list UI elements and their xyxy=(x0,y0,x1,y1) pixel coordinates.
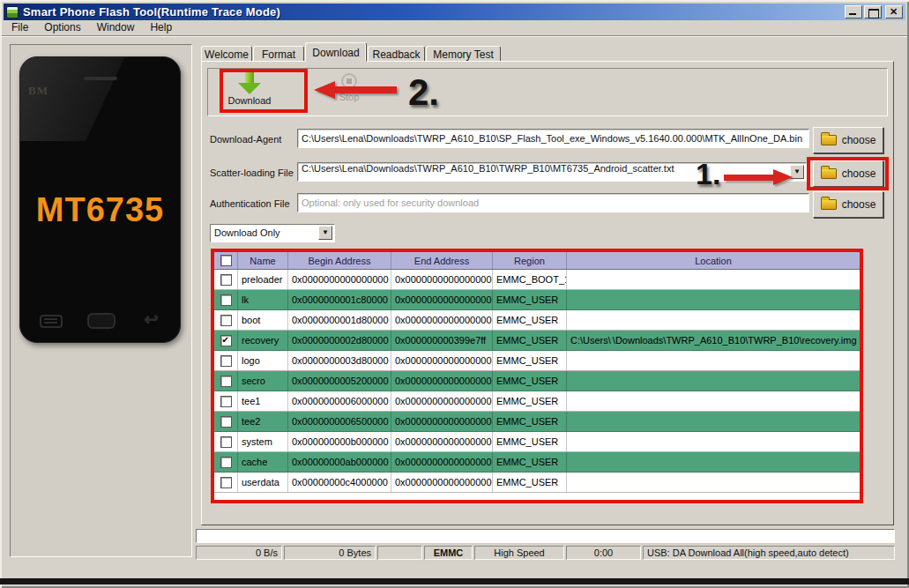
combo-dropdown-icon[interactable] xyxy=(318,226,332,240)
table-row-tee2[interactable]: tee2 0x0000000006500000 0x00000000000000… xyxy=(214,412,860,432)
row-checkbox[interactable] xyxy=(220,355,232,367)
phone-speaker xyxy=(84,77,117,80)
header-begin-address[interactable]: Begin Address xyxy=(288,252,391,269)
menu-divider xyxy=(2,35,907,37)
status-link-speed: High Speed xyxy=(474,546,564,560)
table-row-preloader[interactable]: preloader 0x0000000000000000 0x000000000… xyxy=(214,270,860,290)
download-agent-label: Download-Agent xyxy=(210,134,281,145)
table-header-row: Name Begin Address End Address Region Lo… xyxy=(214,252,860,270)
toolbar-panel: Download Stop 2. xyxy=(207,68,888,116)
download-agent-choose-button[interactable]: choose xyxy=(813,127,883,153)
minimize-button[interactable] xyxy=(845,5,862,19)
phone-brand-label: BM xyxy=(28,84,48,98)
window-bottom-edge xyxy=(0,578,909,584)
partition-table: Name Begin Address End Address Region Lo… xyxy=(211,249,863,503)
phone-preview-panel: BM MT6735 xyxy=(10,44,192,557)
application-window: Smart Phone Flash Tool(Runtime Trace Mod… xyxy=(0,0,909,588)
phone-chip-label: MT6735 xyxy=(20,191,180,229)
header-name[interactable]: Name xyxy=(238,252,288,269)
maximize-button[interactable] xyxy=(864,5,882,19)
title-bar[interactable]: Smart Phone Flash Tool(Runtime Trace Mod… xyxy=(4,4,905,20)
table-row-recovery[interactable]: recovery 0x0000000002d80000 0x0000000003… xyxy=(214,331,860,351)
header-end-address[interactable]: End Address xyxy=(391,252,493,269)
annotation-step2: 2. xyxy=(408,71,439,114)
auth-file-input[interactable] xyxy=(297,193,809,212)
phone-home-icon xyxy=(87,313,115,329)
phone-menu-icon xyxy=(40,315,63,328)
header-location[interactable]: Location xyxy=(567,252,860,269)
row-checkbox[interactable] xyxy=(220,457,232,468)
phone-image: BM MT6735 xyxy=(19,56,181,343)
progress-bar xyxy=(196,529,895,543)
table-row-lk[interactable]: lk 0x0000000001c80000 0x0000000000000000… xyxy=(214,290,860,310)
tab-welcome[interactable]: Welcome xyxy=(201,46,252,62)
tab-readback[interactable]: Readback xyxy=(368,46,425,62)
download-highlight-rect xyxy=(220,69,308,113)
scatter-file-label: Scatter-loading File xyxy=(210,167,294,178)
folder-icon xyxy=(821,199,837,210)
tab-download[interactable]: Download xyxy=(305,42,367,62)
status-usb-mode: USB: DA Download All(high speed,auto det… xyxy=(643,546,895,560)
status-time: 0:00 xyxy=(566,546,641,560)
tab-memory-test[interactable]: Memory Test xyxy=(426,46,501,62)
annotation-step1: 1. xyxy=(696,157,720,191)
row-checkbox[interactable] xyxy=(220,315,232,326)
close-button[interactable] xyxy=(885,5,903,19)
menu-help[interactable]: Help xyxy=(142,21,180,33)
menu-bar: File Options Window Help xyxy=(4,20,905,34)
select-all-checkbox[interactable] xyxy=(220,255,232,266)
auth-choose-button[interactable]: choose xyxy=(813,191,883,218)
phone-back-icon xyxy=(144,309,159,330)
row-checkbox[interactable] xyxy=(220,416,232,428)
annotation-arrow-left-icon xyxy=(314,80,399,100)
row-checkbox[interactable] xyxy=(220,477,232,488)
download-tab-page: Download Stop 2. Download-Agent choose S… xyxy=(201,61,894,525)
row-checkbox[interactable] xyxy=(220,294,232,306)
menu-options[interactable]: Options xyxy=(36,21,88,33)
menu-file[interactable]: File xyxy=(4,21,36,33)
folder-icon xyxy=(821,135,837,145)
mode-select[interactable]: Download Only xyxy=(210,224,335,242)
table-row-secro[interactable]: secro 0x0000000005200000 0x0000000000000… xyxy=(214,371,860,391)
table-row-boot[interactable]: boot 0x0000000001d80000 0x00000000000000… xyxy=(214,310,860,331)
status-speed: 0 B/s xyxy=(196,546,282,560)
phone-nav-row xyxy=(20,312,180,331)
table-row-logo[interactable]: logo 0x0000000003d80000 0x00000000000000… xyxy=(214,351,860,371)
status-bar: 0 B/s 0 Bytes EMMC High Speed 0:00 USB: … xyxy=(196,546,895,560)
row-checkbox[interactable] xyxy=(220,436,232,448)
row-checkbox[interactable] xyxy=(220,396,232,407)
row-checkbox[interactable] xyxy=(220,274,232,286)
status-storage: EMMC xyxy=(424,546,473,560)
status-empty xyxy=(377,546,422,560)
app-icon xyxy=(6,6,19,19)
table-row-cache[interactable]: cache 0x00000000ab000000 0x0000000000000… xyxy=(214,452,860,473)
annotation-arrow-right-icon xyxy=(724,169,793,185)
status-bytes: 0 Bytes xyxy=(284,546,376,560)
header-region[interactable]: Region xyxy=(493,252,567,269)
download-agent-input[interactable] xyxy=(297,129,809,148)
tab-format[interactable]: Format xyxy=(253,46,304,62)
row-checkbox[interactable] xyxy=(220,376,232,387)
auth-file-label: Authentication File xyxy=(210,198,290,209)
table-row-userdata[interactable]: userdata 0x00000000c4000000 0x0000000000… xyxy=(214,473,860,493)
table-row-system[interactable]: system 0x000000000b000000 0x000000000000… xyxy=(214,432,860,452)
row-checkbox[interactable] xyxy=(220,335,232,346)
menu-window[interactable]: Window xyxy=(89,21,143,33)
window-title: Smart Phone Flash Tool(Runtime Trace Mod… xyxy=(23,5,280,19)
table-row-tee1[interactable]: tee1 0x0000000006000000 0x00000000000000… xyxy=(214,391,860,412)
choose-highlight-rect xyxy=(807,157,889,190)
